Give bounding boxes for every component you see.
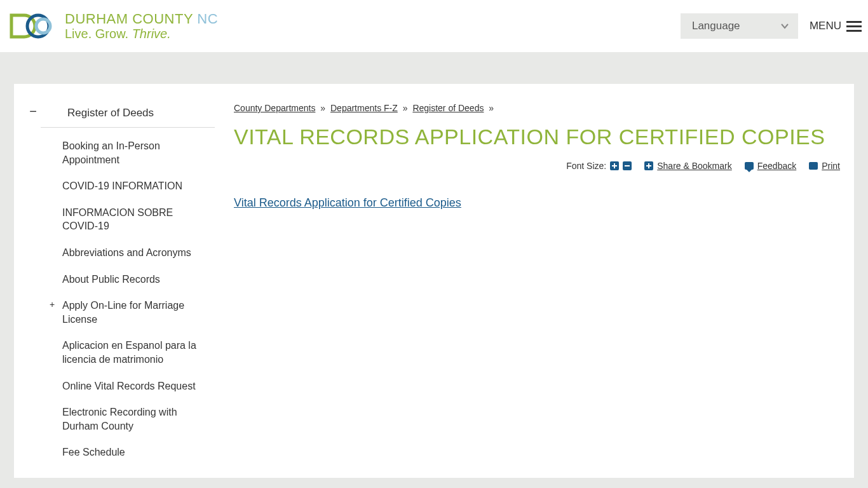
sidebar-item[interactable]: Booking an In-Person Appointment xyxy=(14,133,215,173)
brand-county: COUNTY xyxy=(132,11,193,27)
sidebar-item-label: Online Vital Records Request xyxy=(62,381,196,391)
logo-area[interactable]: DURHAM COUNTY NC Live. Grow. Thrive. xyxy=(6,10,218,42)
page-controls: Font Size: Share & Bookmark Feedback Pri… xyxy=(234,161,840,171)
sidebar-item[interactable]: About Public Records xyxy=(14,266,215,293)
brand-nc: NC xyxy=(197,11,218,27)
brand-thrive: Thrive. xyxy=(132,27,171,41)
hamburger-icon xyxy=(846,21,862,32)
font-decrease-icon[interactable] xyxy=(623,161,632,170)
language-label: Language xyxy=(692,20,740,32)
share-group[interactable]: Share & Bookmark xyxy=(644,161,732,171)
sidebar-item[interactable]: Aplicacion en Espanol para la licencia d… xyxy=(14,332,215,372)
print-icon xyxy=(809,162,818,170)
breadcrumb-separator: » xyxy=(489,103,494,113)
menu-button[interactable]: MENU xyxy=(810,20,862,32)
sidebar-item-label: Apply On-Line for Marriage License xyxy=(62,300,184,325)
font-increase-icon[interactable] xyxy=(610,161,619,170)
sidebar-item[interactable]: Abbreviations and Acronyms xyxy=(14,240,215,266)
page-title: VITAL RECORDS APPLICATION FOR CERTIFIED … xyxy=(234,125,840,149)
header-right: Language MENU xyxy=(681,13,862,39)
sidebar-item[interactable]: COVID-19 INFORMATION xyxy=(14,173,215,200)
breadcrumb-link[interactable]: County Departments xyxy=(234,103,315,113)
breadcrumb-link[interactable]: Departments F-Z xyxy=(330,103,398,113)
logo-icon xyxy=(6,10,57,42)
collapse-icon[interactable]: − xyxy=(27,105,39,118)
content-card: − Register of Deeds Booking an In-Person… xyxy=(14,84,854,478)
share-icon xyxy=(644,161,653,170)
breadcrumb-separator: » xyxy=(320,103,325,113)
sidebar-item-label: Electronic Recording with Durham County xyxy=(62,407,177,431)
share-link[interactable]: Share & Bookmark xyxy=(657,161,732,171)
sidebar-item-label: INFORMACION SOBRE COVID-19 xyxy=(62,207,173,232)
sidebar-list: Booking an In-Person Appointment COVID-1… xyxy=(14,133,215,466)
sidebar-item[interactable]: Online Vital Records Request xyxy=(14,373,215,400)
breadcrumb: County Departments » Departments F-Z » R… xyxy=(234,103,840,113)
feedback-group[interactable]: Feedback xyxy=(745,161,796,171)
sidebar-item-label: About Public Records xyxy=(62,274,160,285)
brand-live: Live. xyxy=(65,27,92,41)
font-size-group: Font Size: xyxy=(566,161,632,171)
sidebar-item-label: Booking an In-Person Appointment xyxy=(62,140,160,165)
vital-records-link[interactable]: Vital Records Application for Certified … xyxy=(234,196,461,209)
page-wrap: − Register of Deeds Booking an In-Person… xyxy=(0,52,868,478)
logo-text: DURHAM COUNTY NC Live. Grow. Thrive. xyxy=(65,11,218,41)
sidebar-section-title: Register of Deeds xyxy=(67,107,154,119)
feedback-icon xyxy=(745,162,754,170)
sidebar-section-header[interactable]: − Register of Deeds xyxy=(41,103,215,128)
print-group[interactable]: Print xyxy=(809,161,840,171)
sidebar-item[interactable]: INFORMACION SOBRE COVID-19 xyxy=(14,200,215,240)
sidebar-item-label: Aplicacion en Espanol para la licencia d… xyxy=(62,340,196,365)
brand-durham: DURHAM xyxy=(65,11,128,27)
sidebar-item[interactable]: Electronic Recording with Durham County xyxy=(14,399,215,439)
main-content: County Departments » Departments F-Z » R… xyxy=(215,84,854,478)
sidebar-item[interactable]: + Apply On-Line for Marriage License xyxy=(14,292,215,332)
feedback-link[interactable]: Feedback xyxy=(757,161,796,171)
chevron-down-icon xyxy=(780,22,789,30)
language-select[interactable]: Language xyxy=(681,13,798,39)
print-link[interactable]: Print xyxy=(822,161,840,171)
sidebar: − Register of Deeds Booking an In-Person… xyxy=(14,84,215,478)
menu-label: MENU xyxy=(810,20,841,32)
font-size-label: Font Size: xyxy=(566,161,606,171)
sidebar-item-label: Fee Schedule xyxy=(62,447,125,458)
expand-icon[interactable]: + xyxy=(50,299,55,311)
breadcrumb-link[interactable]: Register of Deeds xyxy=(412,103,484,113)
brand-grow: Grow. xyxy=(95,27,128,41)
site-header: DURHAM COUNTY NC Live. Grow. Thrive. Lan… xyxy=(0,0,868,52)
sidebar-item-label: Abbreviations and Acronyms xyxy=(62,247,191,258)
sidebar-item[interactable]: Fee Schedule xyxy=(14,439,215,466)
breadcrumb-separator: » xyxy=(403,103,408,113)
sidebar-item-label: COVID-19 INFORMATION xyxy=(62,180,182,191)
